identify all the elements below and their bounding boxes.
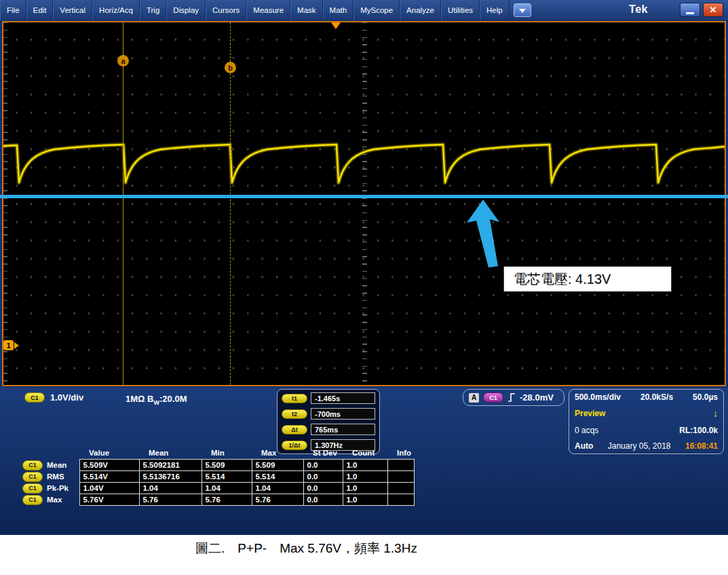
menu-utilities[interactable]: Utilities [441,0,480,20]
menu-bar: File Edit Vertical Horiz/Acq Trig Displa… [0,0,728,20]
arrow-down-icon: ↓ [713,408,718,419]
trigger-source-badge: C1 [483,392,503,403]
measurement-count: 1.0 [343,471,387,483]
cursor-readout-box: t1 -1.465s t2 -700ms Δt 765ms 1/Δt 1.307… [277,389,380,454]
menu-cursors[interactable]: Cursors [206,0,246,20]
measurement-name: RMS [47,472,64,481]
acq-count-row: 0 acqs RL:100.0k [575,426,718,435]
cursor-t2-row: t2 -700ms [282,408,375,420]
acq-status-row: Preview ↓ [575,408,718,419]
measurement-info [387,483,414,494]
measurement-table-header: Value Mean Min Max St Dev Count Info [22,447,414,460]
measurement-stdev: 0.0 [303,494,343,506]
sample-rate-value: 20.0kS/s [640,392,673,402]
menu-dropdown-button[interactable] [514,3,531,17]
measurement-mean: 5.76 [139,494,202,506]
menu-measure[interactable]: Measure [246,0,290,20]
menu-file[interactable]: File [0,0,26,20]
menu-mask[interactable]: Mask [290,0,322,20]
cursor-b-handle[interactable]: b [225,62,236,73]
cursor-a-line[interactable] [123,22,123,385]
cursor-delta-t-row: Δt 765ms [282,424,375,435]
timebase-value: 500.0ms/div [575,392,621,402]
channel1-badge: C1 [22,472,43,482]
header-max: Max [252,447,303,460]
channel1-impedance-readout: 1MΩ BW:20.0M [126,394,187,406]
measurement-value: 1.04V [79,483,139,494]
trigger-position-icon[interactable] [331,22,341,29]
menu-vertical[interactable]: Vertical [53,0,92,20]
figure-caption-text: 圖二. P+P- Max 5.76V，頻率 1.3Hz [195,540,417,575]
cursor-b-line[interactable] [230,22,231,385]
cursor-t1-badge: t1 [282,394,307,403]
measurement-table: Value Mean Min Max St Dev Count Info C1 … [22,447,415,506]
cursor-t2-value: -700ms [311,408,375,420]
bandwidth-value: BW:20.0M [147,394,187,404]
channel1-marker-label: 1 [3,340,14,350]
measurement-name: Pk-Pk [47,484,69,492]
measurement-stdev: 0.0 [303,471,343,483]
oscilloscope-screen: File Edit Vertical Horiz/Acq Trig Displa… [0,0,728,575]
minimize-button[interactable] [680,3,700,17]
acq-time: 16:08:41 [685,441,718,451]
cursor-delta-t-badge: Δt [282,425,307,434]
measurement-min: 1.04 [202,483,252,494]
trigger-level-value: -28.0mV [520,392,554,403]
menu-myscope[interactable]: MyScope [353,0,400,20]
trigger-readout[interactable]: A C1 -28.0mV [463,389,564,406]
menu-math[interactable]: Math [323,0,354,20]
menu-edit[interactable]: Edit [26,0,54,20]
measurement-info [387,460,414,471]
measurement-name: Max [47,496,62,504]
menu-display[interactable]: Display [166,0,206,20]
measurement-max: 5.514 [252,471,303,483]
channel1-badge: C1 [22,460,43,470]
measurement-name: Mean [47,461,66,469]
menu-analyze[interactable]: Analyze [400,0,441,20]
acquisition-readout-box: 500.0ms/div 20.0kS/s 50.0µs Preview ↓ 0 … [569,389,724,454]
menu-trig[interactable]: Trig [140,0,166,20]
cursor-t1-row: t1 -1.465s [282,392,375,404]
measurement-stdev: 0.0 [303,483,343,494]
annotation-arrow-icon [465,200,503,269]
channel1-scale-readout[interactable]: C1 1.0V/div [24,392,83,403]
minimize-icon [686,12,694,14]
channel1-badge: C1 [24,392,45,403]
header-count: Count [343,447,387,460]
acq-datetime-row: Auto January 05, 2018 16:08:41 [575,441,718,451]
cursor-t2-badge: t2 [282,409,307,419]
measurement-value: 5.76V [79,494,139,506]
measurement-row-mean: C1 Mean 5.509V 5.5092181 5.509 5.509 0.0… [22,460,414,471]
measurement-min: 5.514 [202,471,252,483]
header-stdev: St Dev [303,447,343,460]
header-value: Value [79,447,139,460]
channel1-ground-marker[interactable]: 1 [3,340,22,350]
measurement-mean: 5.5092181 [139,460,202,471]
measurement-info [387,471,414,483]
tek-logo: Tek [629,3,648,16]
measurement-count: 1.0 [343,483,387,494]
figure-caption-strip: 圖二. P+P- Max 5.76V，頻率 1.3Hz [0,535,728,575]
measurement-value: 5.509V [79,460,139,471]
measurement-mean: 1.04 [139,483,202,494]
close-button[interactable]: ✕ [703,3,723,17]
channel1-scale-value: 1.0V/div [50,392,83,403]
measurement-min: 5.509 [202,460,252,471]
menu-help[interactable]: Help [480,0,510,20]
chevron-down-icon [519,9,526,16]
cursor-a-handle[interactable]: a [117,55,129,67]
measurement-max: 1.04 [252,483,303,494]
measurement-mean: 5.5136716 [139,471,202,483]
menu-horiz-acq[interactable]: Horiz/Acq [92,0,140,20]
measurement-stdev: 0.0 [303,460,343,471]
cursor-t1-value: -1.465s [311,392,375,404]
resolution-value: 50.0µs [693,392,718,402]
acq-status: Preview [575,409,605,418]
measurement-count: 1.0 [343,460,387,471]
measurement-count: 1.0 [343,494,387,506]
cell-voltage-annotation-line [0,195,728,198]
waveform-display: a b 1 [2,21,726,386]
measurement-value: 5.514V [79,471,139,483]
timebase-row: 500.0ms/div 20.0kS/s 50.0µs [575,392,718,402]
rising-edge-icon [507,392,516,403]
